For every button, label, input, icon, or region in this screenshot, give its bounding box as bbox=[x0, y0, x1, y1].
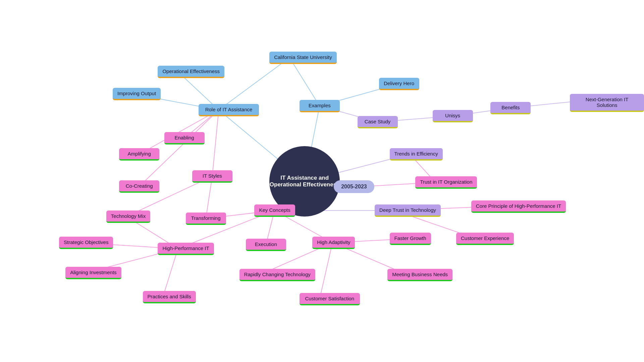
node-unisys[interactable]: Unisys bbox=[433, 110, 473, 122]
node-fastergrowth[interactable]: Faster Growth bbox=[390, 233, 431, 245]
node-cocreating[interactable]: Co-Creating bbox=[119, 180, 159, 193]
node-transforming[interactable]: Transforming bbox=[186, 213, 226, 225]
node-enabling[interactable]: Enabling bbox=[164, 132, 205, 144]
node-highadapt[interactable]: High Adaptivity bbox=[312, 237, 355, 249]
node-benefits[interactable]: Benefits bbox=[490, 102, 531, 114]
node-operational[interactable]: Operational Effectiveness bbox=[158, 66, 224, 78]
node-california[interactable]: California State University bbox=[269, 52, 337, 64]
node-highperf[interactable]: High-Performance IT bbox=[158, 243, 214, 255]
svg-line-34 bbox=[320, 243, 332, 299]
node-nextgen[interactable]: Next-Generation IT Solutions bbox=[570, 94, 644, 112]
node-custsat[interactable]: Customer Satisfaction bbox=[300, 293, 360, 305]
mindmap-container: IT Assistance and Operational Effectiven… bbox=[0, 0, 644, 362]
node-trust[interactable]: Trust in IT Organization bbox=[415, 176, 477, 189]
node-strategic[interactable]: Strategic Objectives bbox=[59, 237, 113, 249]
node-meetbiz[interactable]: Meeting Business Needs bbox=[387, 269, 452, 281]
node-role[interactable]: Role of IT Assistance bbox=[199, 104, 259, 116]
node-keyconcepts[interactable]: Key Concepts bbox=[254, 204, 295, 217]
node-rapidly[interactable]: Rapidly Changing Technology bbox=[239, 269, 315, 281]
node-practices[interactable]: Practices and Skills bbox=[143, 291, 196, 303]
node-techmix[interactable]: Technology Mix bbox=[106, 210, 150, 223]
node-coreprinciple[interactable]: Core Principle of High-Performance IT bbox=[471, 200, 566, 213]
node-amplifying[interactable]: Amplifying bbox=[119, 148, 159, 161]
node-trends[interactable]: Trends in Efficiency bbox=[390, 148, 443, 161]
node-delivery[interactable]: Delivery Hero bbox=[379, 78, 419, 90]
year-node: 2005-2023 bbox=[334, 180, 374, 193]
node-improving[interactable]: Improving Output bbox=[113, 88, 161, 100]
node-examples[interactable]: Examples bbox=[300, 100, 340, 112]
node-custexp[interactable]: Customer Experience bbox=[456, 233, 514, 245]
svg-line-3 bbox=[219, 58, 289, 110]
node-aligning[interactable]: Aligning Investments bbox=[65, 267, 121, 279]
node-casestudy[interactable]: Case Study bbox=[358, 116, 398, 128]
svg-line-29 bbox=[163, 249, 178, 297]
node-itsyles[interactable]: IT Styles bbox=[192, 170, 232, 183]
node-execution[interactable]: Execution bbox=[246, 239, 286, 251]
svg-line-10 bbox=[289, 58, 320, 106]
svg-line-8 bbox=[212, 110, 219, 176]
node-deeptrust[interactable]: Deep Trust in Technology bbox=[375, 204, 441, 217]
